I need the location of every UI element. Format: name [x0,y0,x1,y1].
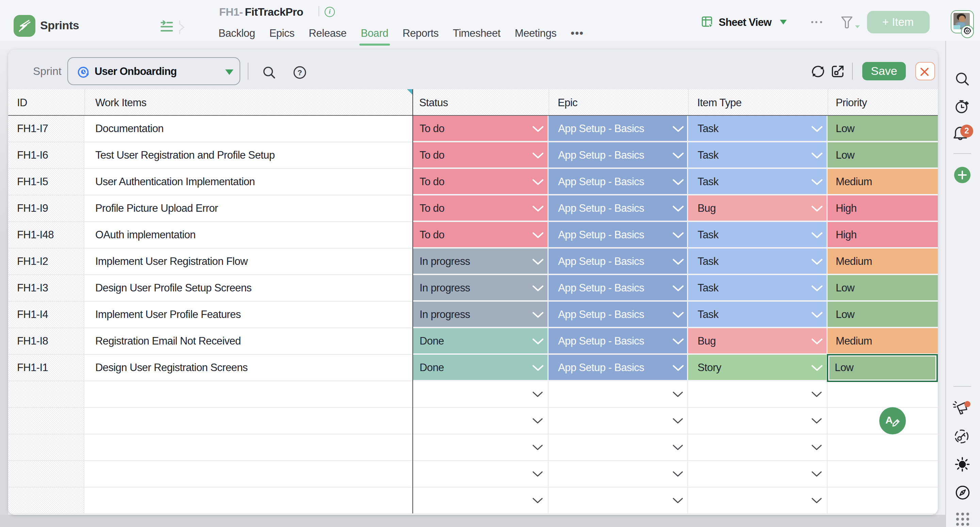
svg-text:?: ? [297,68,301,77]
svg-text:A: A [885,414,892,425]
